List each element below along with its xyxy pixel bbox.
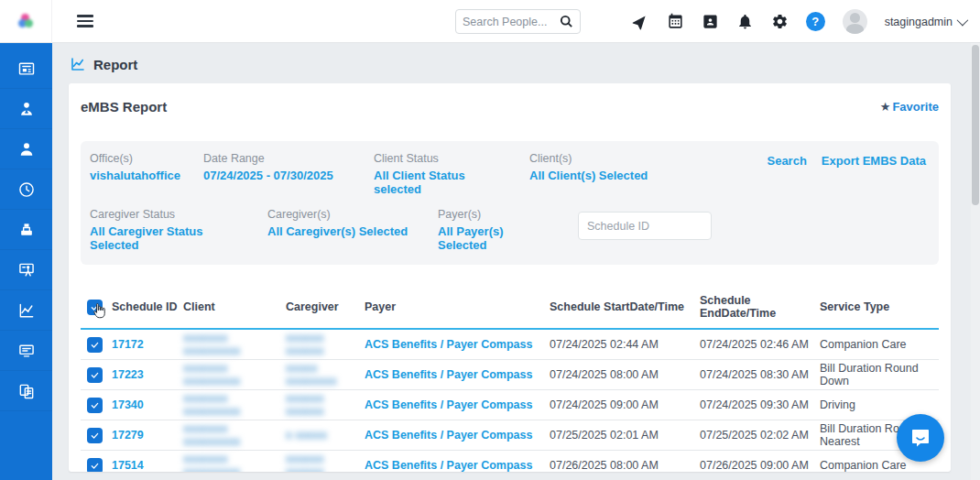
topbar-actions: ? stagingadmin	[632, 0, 965, 43]
col-caregiver[interactable]: Caregiver	[286, 300, 365, 313]
chat-widget-button[interactable]	[897, 414, 944, 462]
start-datetime: 07/26/2025 08:00 AM	[550, 459, 700, 472]
username-label: stagingadmin	[885, 16, 953, 28]
filter-payers: Payer(s) All Payer(s) Selected	[438, 208, 552, 252]
caregiver-redacted: xxxxxx xxxxxx	[286, 392, 365, 418]
row-checkbox[interactable]	[87, 337, 103, 353]
filter-offices: Office(s) vishalutahoffice	[90, 152, 178, 182]
caregiver-redacted: xxxxx xxxxxxxx	[286, 362, 365, 387]
select-all-checkbox[interactable]	[87, 300, 103, 315]
filter-value-payers[interactable]: All Payer(s) Selected	[438, 224, 552, 252]
col-start[interactable]: Schedule StartDate/Time	[550, 300, 700, 313]
table-row: 17340 xxxxxxx xxxxxxxxx xxxxxx xxxxxx AC…	[81, 390, 939, 420]
bell-icon[interactable]	[736, 13, 754, 30]
service-type: Driving	[820, 398, 939, 411]
service-type: Bill Duration Round Down	[820, 362, 939, 387]
contact-card-icon[interactable]	[702, 13, 719, 30]
client-redacted: xxxxxxx xxxxxxxxx	[183, 362, 286, 387]
row-checkbox[interactable]	[87, 458, 103, 473]
col-schedule-id[interactable]: Schedule ID	[112, 300, 183, 313]
favorite-button[interactable]: ★ Favorite	[880, 100, 939, 114]
chevron-down-icon	[957, 15, 969, 27]
start-datetime: 07/24/2025 02:44 AM	[550, 338, 700, 351]
rocket-icon[interactable]	[632, 13, 649, 30]
dashboard-icon	[17, 60, 36, 78]
monitor-icon	[17, 342, 36, 360]
sidebar-item-billing[interactable]	[0, 210, 52, 250]
filter-date-range: Date Range 07/24/2025 - 07/30/2025	[203, 152, 348, 182]
help-icon[interactable]: ?	[806, 12, 825, 31]
filter-value-client-status[interactable]: All Client Status selected	[374, 169, 504, 196]
start-datetime: 07/24/2025 08:00 AM	[550, 368, 700, 381]
app-logo[interactable]	[0, 0, 52, 43]
table-header: Schedule ID Client Caregiver Payer Sched…	[81, 289, 939, 330]
col-service-type[interactable]: Service Type	[820, 300, 939, 313]
user-menu[interactable]: stagingadmin	[885, 16, 965, 28]
payer-link[interactable]: ACS Benefits / Payer Compass	[365, 368, 550, 381]
clock-icon	[17, 180, 36, 199]
schedule-id-input[interactable]	[578, 212, 712, 240]
row-checkbox[interactable]	[87, 428, 103, 443]
client-redacted: xxxxxxx xxxxxxxxx	[183, 332, 286, 357]
filter-panel: Search Export EMBS Data Office(s) vishal…	[81, 141, 939, 265]
row-checkbox[interactable]	[87, 398, 103, 413]
filter-value-date-range[interactable]: 07/24/2025 - 07/30/2025	[203, 169, 348, 182]
row-checkbox[interactable]	[87, 367, 103, 383]
payer-link[interactable]: ACS Benefits / Payer Compass	[365, 429, 550, 442]
sidebar-item-monitor[interactable]	[0, 331, 52, 371]
sidebar-item-dashboard[interactable]	[0, 49, 52, 89]
scrollbar-thumb[interactable]	[972, 45, 979, 205]
documents-icon	[17, 382, 36, 400]
search-button[interactable]: Search	[767, 154, 806, 168]
schedule-id-link[interactable]: 17223	[112, 368, 183, 381]
card-title: eMBS Report	[81, 99, 167, 115]
start-datetime: 07/25/2025 02:01 AM	[550, 429, 700, 442]
filter-value-clients[interactable]: All Client(s) Selected	[529, 169, 648, 182]
sidebar-item-documents[interactable]	[0, 371, 52, 411]
search-icon	[560, 15, 573, 28]
filter-value-offices[interactable]: vishalutahoffice	[90, 169, 178, 182]
logo-icon	[18, 14, 33, 28]
caregiver-icon	[17, 100, 36, 118]
calendar-icon[interactable]	[667, 13, 684, 30]
col-payer[interactable]: Payer	[365, 300, 550, 313]
client-redacted: xxxxxxx xxxxxxxxx	[183, 392, 286, 418]
people-search[interactable]	[455, 9, 581, 34]
avatar[interactable]	[843, 9, 867, 34]
payer-link[interactable]: ACS Benefits / Payer Compass	[365, 338, 550, 351]
filter-label: Date Range	[203, 152, 348, 165]
end-datetime: 07/24/2025 09:30 AM	[700, 398, 820, 411]
sidebar-item-reports[interactable]	[0, 290, 52, 331]
schedule-id-link[interactable]: 17172	[112, 338, 183, 351]
payer-link[interactable]: ACS Benefits / Payer Compass	[365, 459, 550, 472]
end-datetime: 07/26/2025 09:00 AM	[700, 459, 820, 472]
filter-label: Caregiver Status	[90, 208, 242, 221]
page-header: Report	[52, 43, 971, 83]
table-row: 17172 xxxxxxx xxxxxxxxx xxxxxx xxxxxx AC…	[81, 330, 939, 360]
favorite-label: Favorite	[892, 100, 939, 114]
sidebar-item-schedules[interactable]	[0, 169, 52, 210]
hamburger-menu-icon[interactable]	[77, 12, 93, 30]
schedule-id-link[interactable]: 17514	[112, 459, 183, 472]
payer-link[interactable]: ACS Benefits / Payer Compass	[365, 398, 550, 411]
col-client[interactable]: Client	[183, 300, 286, 313]
gear-icon[interactable]	[771, 13, 789, 30]
schedule-id-link[interactable]: 17340	[112, 398, 183, 411]
filter-value-caregiver-status[interactable]: All Caregiver Status Selected	[90, 224, 242, 252]
table-body: 17172 xxxxxxx xxxxxxxxx xxxxxx xxxxxx AC…	[81, 330, 939, 472]
filter-client-status: Client Status All Client Status selected	[374, 152, 504, 196]
table-row: 17223 xxxxxxx xxxxxxxxx xxxxx xxxxxxxx A…	[81, 360, 939, 390]
schedule-id-link[interactable]: 17279	[112, 429, 183, 442]
start-datetime: 07/24/2025 09:00 AM	[550, 398, 700, 411]
filter-label: Payer(s)	[438, 208, 552, 221]
filter-clients: Client(s) All Client(s) Selected	[529, 152, 648, 182]
sidebar-item-training[interactable]	[0, 250, 52, 290]
filter-value-caregivers[interactable]: All Caregiver(s) Selected	[267, 224, 412, 238]
sidebar-item-caregivers[interactable]	[0, 89, 52, 129]
search-input[interactable]	[463, 16, 560, 28]
end-datetime: 07/25/2025 02:02 AM	[700, 429, 820, 442]
export-embs-data-button[interactable]: Export EMBS Data	[822, 154, 926, 168]
sidebar-item-clients[interactable]	[0, 129, 52, 169]
table-row: 17514 xxxxxxx xxxxxxxxx xxxxxx xxxxxx AC…	[81, 451, 939, 472]
col-end[interactable]: Schedule EndDate/Time	[700, 294, 820, 320]
